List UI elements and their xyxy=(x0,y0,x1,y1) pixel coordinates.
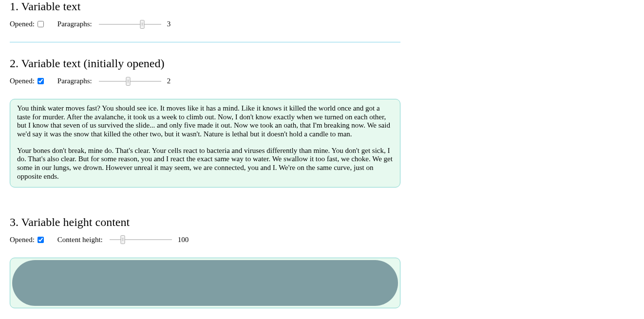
section-variable-text-opened: 2. Variable text (initially opened) Open… xyxy=(10,42,400,188)
section-title: 3. Variable height content xyxy=(10,201,400,229)
paragraphs-slider[interactable] xyxy=(99,78,161,85)
paragraph: You think water moves fast? You should s… xyxy=(17,104,393,139)
controls-row: Opened: Content height: 100 xyxy=(10,236,400,244)
opened-checkbox[interactable] xyxy=(38,78,44,84)
slider-value: 2 xyxy=(167,77,177,85)
opened-checkbox[interactable] xyxy=(38,21,44,27)
section-variable-text: 1. Variable text Opened: Paragraphs: 3 xyxy=(10,0,400,42)
opened-control: Opened: xyxy=(10,20,44,28)
content-panel xyxy=(10,258,400,308)
slider-track xyxy=(99,24,161,25)
slider-thumb[interactable] xyxy=(140,20,145,29)
slider-track xyxy=(110,239,172,240)
slider-thumb[interactable] xyxy=(120,235,125,244)
opened-checkbox[interactable] xyxy=(38,237,44,243)
param-control: Paragraphs: 3 xyxy=(57,20,177,28)
param-control: Content height: 100 xyxy=(57,236,189,244)
section-title: 1. Variable text xyxy=(10,0,400,13)
slider-value: 100 xyxy=(178,236,189,244)
section-title: 2. Variable text (initially opened) xyxy=(10,42,400,70)
section-variable-height: 3. Variable height content Opened: Conte… xyxy=(10,201,400,308)
paragraphs-slider[interactable] xyxy=(99,21,161,28)
slider-value: 3 xyxy=(167,20,177,28)
controls-row: Opened: Paragraphs: 2 xyxy=(10,77,400,85)
param-control: Paragraphs: 2 xyxy=(57,77,177,85)
height-slider[interactable] xyxy=(110,236,172,243)
opened-control: Opened: xyxy=(10,236,44,244)
controls-row: Opened: Paragraphs: 3 xyxy=(10,20,400,28)
param-label: Paragraphs: xyxy=(57,77,92,85)
content-panel: You think water moves fast? You should s… xyxy=(10,99,400,188)
height-content-pill xyxy=(12,260,398,306)
opened-label: Opened: xyxy=(10,236,35,244)
opened-control: Opened: xyxy=(10,77,44,85)
paragraph: Your bones don't break, mine do. That's … xyxy=(17,147,393,181)
param-label: Paragraphs: xyxy=(57,20,92,28)
slider-thumb[interactable] xyxy=(126,77,130,86)
opened-label: Opened: xyxy=(10,20,35,28)
param-label: Content height: xyxy=(57,236,103,244)
opened-label: Opened: xyxy=(10,77,35,85)
